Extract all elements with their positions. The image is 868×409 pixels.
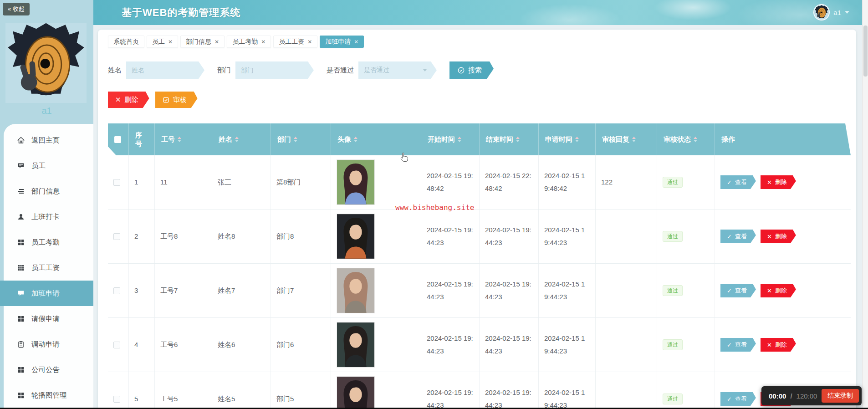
sort-icon[interactable] — [516, 137, 520, 142]
chevron-down-icon — [845, 11, 849, 14]
row-checkbox[interactable] — [113, 233, 120, 240]
page-scrollbar[interactable] — [862, 0, 868, 409]
dept-input[interactable] — [235, 61, 314, 79]
header-start-time[interactable]: 开始时间 — [421, 123, 480, 155]
tab[interactable]: 员工考勤 ✕ — [227, 36, 271, 48]
row-checkbox[interactable] — [113, 287, 120, 294]
scrollbar-thumb[interactable] — [863, 26, 868, 77]
row-checkbox[interactable] — [113, 179, 120, 186]
view-button[interactable]: ✓ 查看 — [720, 392, 756, 406]
sidebar-item[interactable]: 公司公告 — [4, 357, 93, 383]
row-delete-button[interactable]: ✕ 删除 — [761, 175, 796, 189]
sort-icon[interactable] — [178, 137, 181, 142]
view-button[interactable]: ✓ 查看 — [720, 284, 756, 297]
cell-review-status: 通过 — [657, 210, 715, 263]
tab-close-icon[interactable]: ✕ — [261, 39, 266, 45]
header-review-status[interactable]: 审核状态 — [657, 123, 715, 155]
status-badge: 通过 — [663, 177, 683, 188]
tab[interactable]: 员工工资 ✕ — [273, 36, 317, 48]
sort-icon[interactable] — [575, 137, 579, 142]
sidebar-item[interactable]: 员工 — [4, 153, 93, 179]
sidebar-item[interactable]: 加班申请 — [0, 281, 93, 306]
sidebar-item[interactable]: 调动申请 — [4, 332, 93, 357]
sidebar-item-label: 调动申请 — [31, 340, 60, 349]
avatar-photo[interactable] — [337, 376, 375, 409]
sidebar-item[interactable]: 返回主页 — [4, 128, 93, 153]
search-name-group: 姓名 — [108, 61, 204, 79]
cell-dept: 部门6 — [271, 318, 331, 372]
review-button-label: 审核 — [173, 96, 187, 104]
sidebar-item-icon — [17, 290, 25, 297]
cell-select — [108, 264, 129, 317]
review-button[interactable]: 审核 — [155, 92, 198, 108]
avatar-photo[interactable] — [337, 159, 375, 205]
sidebar-item-label: 部门信息 — [31, 187, 60, 196]
avatar-photo[interactable] — [337, 322, 375, 368]
search-button[interactable]: 搜索 — [449, 61, 494, 79]
row-delete-button[interactable]: ✕ 删除 — [761, 230, 796, 243]
sidebar-item[interactable]: 员工工资 — [4, 255, 93, 281]
name-input[interactable] — [126, 61, 204, 79]
header-avatar[interactable]: 头像 — [331, 123, 421, 155]
tab[interactable]: 加班申请 ✕ — [320, 36, 364, 48]
delete-button[interactable]: ✕ 删除 — [108, 92, 149, 108]
user-avatar[interactable] — [813, 4, 830, 20]
collapse-button[interactable]: « 收起 — [3, 3, 30, 15]
sort-icon[interactable] — [694, 137, 697, 142]
status-badge: 通过 — [663, 285, 683, 296]
cell-review-status: 通过 — [657, 318, 715, 372]
avatar-photo[interactable] — [337, 214, 375, 259]
sidebar-item-label: 轮播图管理 — [31, 391, 67, 400]
tab-close-icon[interactable]: ✕ — [354, 39, 358, 45]
row-delete-button[interactable]: ✕ 删除 — [761, 338, 796, 352]
sidebar-avatar — [5, 23, 87, 103]
header-review-reply[interactable]: 审核回复 — [596, 123, 657, 155]
header-name[interactable]: 姓名 — [212, 123, 271, 155]
tab[interactable]: 员工 ✕ — [147, 36, 178, 48]
table-row: 5 工号5 姓名5 部门5 2024-02-15 19:44:23 — [108, 372, 851, 409]
check-icon: ✓ — [727, 287, 732, 294]
sidebar-item[interactable]: 部门信息 — [4, 179, 93, 204]
tab-close-icon[interactable]: ✕ — [214, 39, 219, 45]
delete-button-label: 删除 — [125, 96, 138, 104]
cell-review-reply — [596, 372, 657, 409]
row-delete-button-label: 删除 — [775, 178, 787, 186]
view-button[interactable]: ✓ 查看 — [720, 338, 756, 352]
sort-icon[interactable] — [235, 137, 239, 142]
select-all-checkbox[interactable] — [114, 136, 121, 143]
header-dept[interactable]: 部门 — [271, 123, 331, 155]
sort-icon[interactable] — [354, 137, 357, 142]
row-checkbox[interactable] — [113, 342, 120, 348]
sidebar-item[interactable]: 上班打卡 — [4, 204, 93, 230]
view-button[interactable]: ✓ 查看 — [720, 230, 756, 243]
header-job-no[interactable]: 工号 — [155, 123, 212, 155]
header-apply-time[interactable]: 申请时间 — [539, 123, 596, 155]
sidebar-item[interactable]: 请假申请 — [4, 306, 93, 332]
pass-select[interactable]: 是否通过 — [358, 61, 437, 79]
tab[interactable]: 部门信息 ✕ — [180, 36, 225, 48]
recorder-separator: / — [790, 392, 792, 400]
view-button[interactable]: ✓ 查看 — [720, 175, 756, 189]
avatar-photo[interactable] — [337, 268, 375, 313]
sidebar-item[interactable]: 轮播图管理 — [4, 383, 93, 408]
cell-review-reply — [596, 264, 657, 317]
sidebar-item-icon — [17, 188, 25, 195]
user-avatar-image — [814, 5, 829, 20]
tab[interactable]: 系统首页 — [108, 36, 144, 48]
user-menu[interactable]: a1 — [813, 4, 849, 20]
cell-avatar — [331, 155, 421, 209]
tab-close-icon[interactable]: ✕ — [168, 39, 173, 45]
header-end-time[interactable]: 结束时间 — [480, 123, 539, 155]
tab-close-icon[interactable]: ✕ — [307, 39, 312, 45]
recorder-elapsed: 00:00 — [769, 392, 786, 400]
sort-icon[interactable] — [294, 137, 297, 142]
row-checkbox[interactable] — [113, 396, 120, 403]
cell-index: 3 — [129, 264, 155, 317]
sidebar-item[interactable]: 员工考勤 — [4, 230, 93, 255]
sort-icon[interactable] — [458, 137, 461, 142]
table-header: 序号 工号 姓名 部门 头像 开始时间 结束时间 申请时间 审核回复 审核状态 … — [108, 123, 851, 155]
sort-icon[interactable] — [632, 137, 636, 142]
row-delete-button[interactable]: ✕ 删除 — [761, 284, 796, 297]
user-name: a1 — [833, 9, 841, 16]
stop-recording-button[interactable]: 结束录制 — [822, 389, 859, 403]
